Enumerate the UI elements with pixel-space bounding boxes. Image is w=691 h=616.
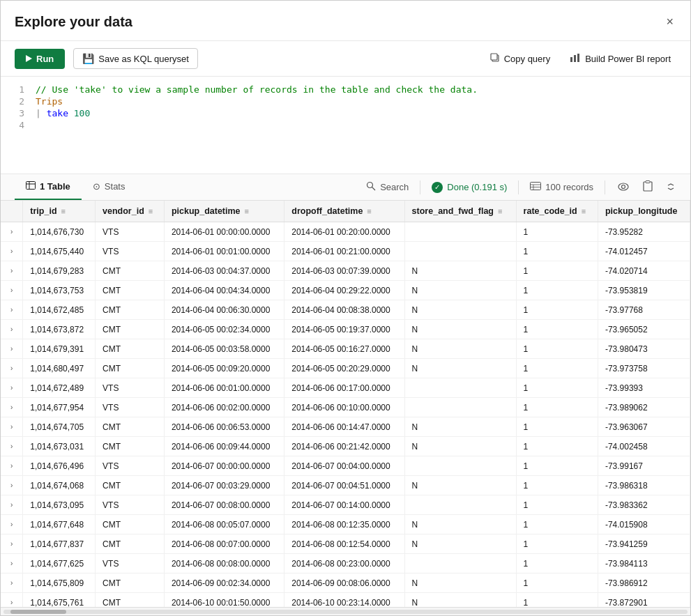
expand-cell[interactable]: › <box>1 417 23 437</box>
expand-cell[interactable]: › <box>1 554 23 573</box>
expand-cell[interactable]: › <box>1 398 23 417</box>
cell-pickup-datetime: 2014-06-06 00:09:44.0000 <box>164 437 284 456</box>
row-expand-button[interactable]: › <box>8 461 15 471</box>
row-expand-button[interactable]: › <box>8 539 15 549</box>
eye-button[interactable] <box>616 180 630 194</box>
filter-icon-rate-code[interactable]: ≡ <box>582 207 586 215</box>
expand-cell[interactable]: › <box>1 515 23 534</box>
tab-stats[interactable]: ⊙ Stats <box>82 174 137 200</box>
expand-cell[interactable]: › <box>1 437 23 456</box>
table-row[interactable]: › 1,014,677,648 CMT 2014-06-08 00:05:07.… <box>1 515 690 534</box>
filter-icon-store-fwd[interactable]: ≡ <box>498 207 502 215</box>
cell-trip-id: 1,014,673,031 <box>23 437 96 456</box>
close-button[interactable]: × <box>663 12 676 32</box>
copy-query-button[interactable]: Copy query <box>485 49 556 69</box>
table-row[interactable]: › 1,014,672,485 CMT 2014-06-04 00:06:30.… <box>1 300 690 320</box>
cell-store-fwd-flag: N <box>404 534 516 554</box>
table-row[interactable]: › 1,014,677,837 CMT 2014-06-08 00:07:00.… <box>1 534 690 554</box>
clipboard-button[interactable] <box>641 179 654 195</box>
records-info: 100 records <box>530 182 593 192</box>
toolbar: Run 💾 Save as KQL queryset Copy query Bu… <box>1 41 690 77</box>
table-row[interactable]: › 1,014,679,391 CMT 2014-06-05 00:03:58.… <box>1 339 690 359</box>
table-row[interactable]: › 1,014,672,489 VTS 2014-06-06 00:01:00.… <box>1 378 690 398</box>
expand-cell[interactable]: › <box>1 339 23 359</box>
row-expand-button[interactable]: › <box>8 441 15 452</box>
expand-cell[interactable]: › <box>1 281 23 300</box>
expand-cell[interactable]: › <box>1 300 23 320</box>
row-expand-button[interactable]: › <box>8 363 15 374</box>
row-expand-button[interactable]: › <box>8 597 15 607</box>
table-row[interactable]: › 1,014,673,095 VTS 2014-06-07 00:08:00.… <box>1 495 690 515</box>
expand-cell[interactable]: › <box>1 242 23 261</box>
expand-cell[interactable]: › <box>1 261 23 281</box>
cell-trip-id: 1,014,676,496 <box>23 456 96 476</box>
scrollbar-track[interactable] <box>3 610 688 614</box>
table-row[interactable]: › 1,014,673,031 CMT 2014-06-06 00:09:44.… <box>1 437 690 456</box>
cell-dropoff-datetime: 2014-06-06 00:10:00.0000 <box>284 398 404 417</box>
table-row[interactable]: › 1,014,677,954 VTS 2014-06-06 00:02:00.… <box>1 398 690 417</box>
table-row[interactable]: › 1,014,677,625 VTS 2014-06-08 00:08:00.… <box>1 554 690 573</box>
cell-dropoff-datetime: 2014-06-06 00:17:00.0000 <box>284 378 404 398</box>
table-row[interactable]: › 1,014,675,809 CMT 2014-06-09 00:02:34.… <box>1 573 690 593</box>
run-button[interactable]: Run <box>15 49 65 69</box>
expand-cell[interactable]: › <box>1 534 23 554</box>
table-row[interactable]: › 1,014,679,283 CMT 2014-06-03 00:04:37.… <box>1 261 690 281</box>
expand-cell[interactable]: › <box>1 476 23 495</box>
filter-icon-pickup-dt[interactable]: ≡ <box>245 207 249 215</box>
row-expand-button[interactable]: › <box>8 265 15 276</box>
filter-icon-vendor-id[interactable]: ≡ <box>149 207 153 215</box>
table-row[interactable]: › 1,014,674,068 CMT 2014-06-07 00:03:29.… <box>1 476 690 495</box>
table-row[interactable]: › 1,014,676,496 VTS 2014-06-07 00:00:00.… <box>1 456 690 476</box>
horizontal-scrollbar[interactable] <box>1 607 690 615</box>
collapse-button[interactable] <box>665 180 676 194</box>
row-expand-button[interactable]: › <box>8 402 15 413</box>
cell-dropoff-datetime: 2014-06-08 00:12:35.0000 <box>284 515 404 534</box>
cell-pickup-longitude: -73.97768 <box>598 300 690 320</box>
table-row[interactable]: › 1,014,680,497 CMT 2014-06-05 00:09:20.… <box>1 359 690 378</box>
save-queryset-button[interactable]: 💾 Save as KQL queryset <box>73 48 198 69</box>
row-expand-button[interactable]: › <box>8 226 15 237</box>
row-expand-button[interactable]: › <box>8 558 15 569</box>
filter-icon-trip-id[interactable]: ≡ <box>61 207 66 215</box>
scrollbar-thumb[interactable] <box>10 610 66 614</box>
table-row[interactable]: › 1,014,673,753 CMT 2014-06-04 00:04:34.… <box>1 281 690 300</box>
row-expand-button[interactable]: › <box>8 480 15 491</box>
table-row[interactable]: › 1,014,673,872 CMT 2014-06-05 00:02:34.… <box>1 320 690 339</box>
build-report-button[interactable]: Build Power BI report <box>564 49 676 69</box>
row-expand-button[interactable]: › <box>8 578 15 588</box>
filter-icon-dropoff-dt[interactable]: ≡ <box>367 207 371 215</box>
expand-cell[interactable]: › <box>1 359 23 378</box>
row-expand-button[interactable]: › <box>8 383 15 393</box>
row-expand-button[interactable]: › <box>8 324 15 334</box>
status-area: ✓ Done (0.191 s) <box>432 182 507 193</box>
search-area[interactable]: Search <box>366 181 409 193</box>
cell-pickup-datetime: 2014-06-03 00:04:37.0000 <box>164 261 284 281</box>
expand-cell[interactable]: › <box>1 593 23 608</box>
take-number: 100 <box>74 108 90 118</box>
table-row[interactable]: › 1,014,675,440 VTS 2014-06-01 00:01:00.… <box>1 242 690 261</box>
table-row[interactable]: › 1,014,675,761 CMT 2014-06-10 00:01:50.… <box>1 593 690 608</box>
save-queryset-label: Save as KQL queryset <box>98 54 189 64</box>
table-row[interactable]: › 1,014,676,730 VTS 2014-06-01 00:00:00.… <box>1 222 690 242</box>
expand-cell[interactable]: › <box>1 456 23 476</box>
row-expand-button[interactable]: › <box>8 344 15 354</box>
row-expand-button[interactable]: › <box>8 500 15 510</box>
expand-cell[interactable]: › <box>1 495 23 515</box>
row-expand-button[interactable]: › <box>8 246 15 256</box>
row-expand-button[interactable]: › <box>8 305 15 315</box>
tab-table[interactable]: 1 Table <box>15 174 82 200</box>
line-number-4: 4 <box>1 120 36 130</box>
expand-cell[interactable]: › <box>1 573 23 593</box>
row-expand-button[interactable]: › <box>8 519 15 530</box>
expand-cell[interactable]: › <box>1 378 23 398</box>
expand-cell[interactable]: › <box>1 222 23 242</box>
cell-trip-id: 1,014,672,489 <box>23 378 96 398</box>
records-icon <box>530 182 541 192</box>
expand-cell[interactable]: › <box>1 320 23 339</box>
row-expand-button[interactable]: › <box>8 422 15 432</box>
table-row[interactable]: › 1,014,674,705 CMT 2014-06-06 00:06:53.… <box>1 417 690 437</box>
code-editor[interactable]: 1 // Use 'take' to view a sample number … <box>1 77 690 174</box>
row-expand-button[interactable]: › <box>8 285 15 295</box>
cell-vendor-id: VTS <box>96 378 165 398</box>
cell-pickup-longitude: -73.984113 <box>598 554 690 573</box>
